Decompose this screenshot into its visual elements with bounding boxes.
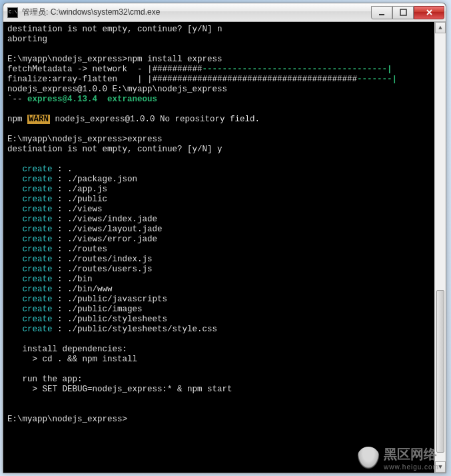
mushroom-icon xyxy=(357,447,380,469)
output-line: destination is not empty, continue? [y/N… xyxy=(7,145,442,155)
output-line: nodejs_express@1.0.0 E:\myapp\nodejs_exp… xyxy=(7,85,442,95)
package-name: express@4.13.4 xyxy=(27,95,97,104)
create-label: create xyxy=(23,185,53,194)
output-line: aborting xyxy=(7,35,442,45)
watermark-text: 黑区网络 xyxy=(384,447,437,461)
output-line: fetchMetadata -> network - |########## xyxy=(7,65,203,74)
terminal-output[interactable]: destination is not empty, continue? [y/N… xyxy=(3,22,446,473)
close-button[interactable] xyxy=(414,6,444,19)
create-label: create xyxy=(23,275,53,284)
output-line: run the app: xyxy=(7,375,442,385)
output-line: destination is not empty, continue? [y/N… xyxy=(7,25,442,35)
minimize-button[interactable] xyxy=(371,6,392,19)
create-label: create xyxy=(23,305,53,314)
command: npm install express xyxy=(127,55,223,64)
window-title: 管理员: C:\windows\system32\cmd.exe xyxy=(22,7,371,18)
window-buttons xyxy=(371,6,444,19)
warn-badge: WARN xyxy=(27,115,50,124)
create-label: create xyxy=(23,205,53,214)
titlebar[interactable]: 管理员: C:\windows\system32\cmd.exe xyxy=(3,3,446,22)
svg-rect-1 xyxy=(400,9,406,15)
prompt: E:\myapp\nodejs_express> xyxy=(7,135,127,144)
create-label: create xyxy=(23,235,53,244)
output-line: -------| xyxy=(357,75,397,84)
cmd-icon xyxy=(7,7,18,18)
create-label: create xyxy=(23,175,53,184)
output-line: finalize:array-flatten | |##############… xyxy=(7,75,357,84)
scroll-thumb[interactable] xyxy=(436,290,444,453)
cmd-window: 管理员: C:\windows\system32\cmd.exe destina… xyxy=(3,3,446,473)
command: express xyxy=(127,135,163,144)
prompt: E:\myapp\nodejs_express> xyxy=(7,415,442,425)
create-label: create xyxy=(23,315,53,324)
svg-rect-0 xyxy=(379,14,384,15)
scroll-up-button[interactable]: ▲ xyxy=(435,22,446,33)
warn-message: nodejs_express@1.0.0 No repository field… xyxy=(50,115,260,124)
output-line: -------------------------------------| xyxy=(203,65,392,74)
create-label: create xyxy=(23,295,53,304)
scroll-track[interactable] xyxy=(435,33,446,461)
create-label: create xyxy=(23,225,53,234)
create-label: create xyxy=(23,195,53,204)
maximize-button[interactable] xyxy=(392,6,414,19)
watermark: 黑区网络 www.heigu.com xyxy=(357,445,439,471)
prompt: E:\myapp\nodejs_express> xyxy=(7,55,127,64)
create-label: create xyxy=(23,285,53,294)
create-label: create xyxy=(23,245,53,254)
vertical-scrollbar[interactable]: ▲ ▼ xyxy=(434,22,446,473)
output-line: install dependencies: xyxy=(7,345,442,355)
create-label: create xyxy=(23,165,53,174)
create-label: create xyxy=(23,255,53,264)
create-label: create xyxy=(23,325,53,334)
extraneous-label: extraneous xyxy=(97,95,157,104)
output-line: > SET DEBUG=nodejs_express:* & npm start xyxy=(7,385,442,395)
watermark-url: www.heigu.com xyxy=(384,463,439,471)
create-label: create xyxy=(23,265,53,274)
output-line: > cd . && npm install xyxy=(7,355,442,365)
create-label: create xyxy=(23,215,53,224)
